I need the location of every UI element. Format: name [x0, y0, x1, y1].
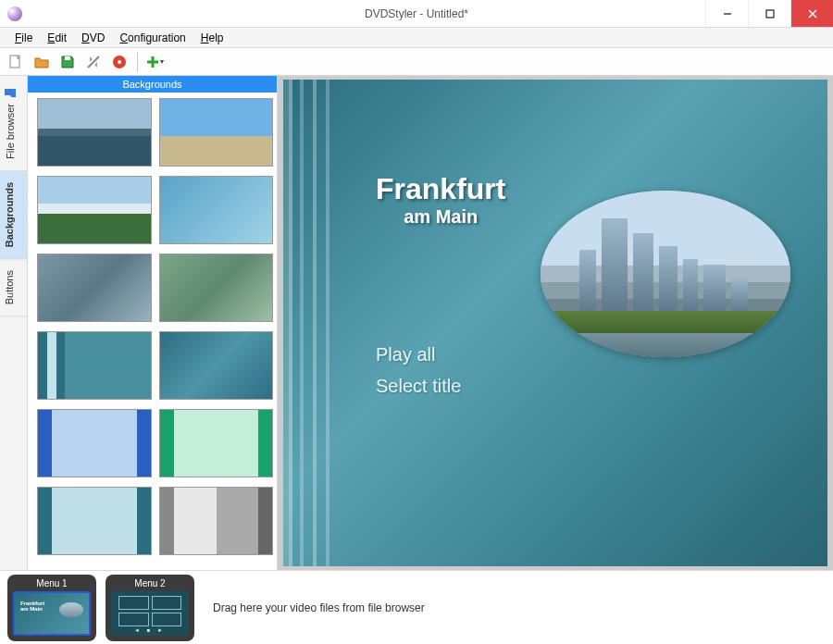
app-icon [7, 6, 22, 21]
burn-disc-button[interactable] [107, 50, 131, 74]
timeline-menu-2[interactable]: Menu 2 ◄ ■ ► [106, 575, 194, 641]
side-tabs: File browser Backgrounds Buttons [0, 76, 28, 570]
menu-links: Play all Select title [376, 339, 461, 402]
toolbar [0, 48, 833, 76]
backgrounds-header: Backgrounds [28, 76, 277, 93]
background-thumb[interactable] [37, 98, 152, 167]
menu-edit[interactable]: Edit [40, 30, 74, 46]
svg-rect-5 [65, 56, 70, 60]
backgrounds-scroll[interactable] [28, 93, 277, 570]
background-thumb[interactable] [159, 409, 274, 477]
svg-point-8 [118, 60, 121, 64]
toolbar-separator [137, 52, 138, 72]
menu-image-oval[interactable] [541, 191, 790, 357]
background-thumb[interactable] [37, 487, 152, 555]
menu-title-line2: am Main [376, 206, 505, 228]
svg-rect-1 [766, 10, 774, 18]
background-thumb[interactable] [159, 254, 274, 322]
background-thumb[interactable] [159, 176, 274, 244]
backgrounds-panel: Backgrounds [28, 76, 278, 570]
save-project-button[interactable] [56, 50, 80, 74]
menu-help[interactable]: Help [193, 30, 231, 46]
menu-configuration[interactable]: Configuration [112, 30, 193, 46]
minimize-button[interactable] [705, 0, 748, 27]
settings-button[interactable] [81, 50, 106, 74]
menu-link-select-title[interactable]: Select title [376, 370, 461, 402]
background-thumb[interactable] [37, 409, 152, 477]
menu-link-play-all[interactable]: Play all [376, 339, 461, 370]
open-project-button[interactable] [30, 50, 54, 74]
background-thumb[interactable] [159, 487, 274, 555]
background-thumb[interactable] [37, 331, 152, 400]
new-project-button[interactable] [4, 50, 28, 74]
menubar: File Edit DVD Configuration Help [0, 28, 833, 48]
tab-file-browser[interactable]: File browser [0, 76, 27, 171]
preview-stripes [283, 80, 342, 566]
maximize-button[interactable] [748, 0, 790, 27]
window-controls [705, 0, 833, 27]
timeline-hint: Drag here your video files from file bro… [213, 601, 425, 614]
timeline-menu-1[interactable]: Menu 1 Frankfurtam Main [7, 575, 96, 641]
menu-dvd[interactable]: DVD [74, 30, 112, 46]
menu-file[interactable]: File [7, 30, 40, 46]
background-thumb[interactable] [37, 254, 152, 322]
main-area: File browser Backgrounds Buttons Backgro… [0, 76, 833, 570]
menu-title-line1: Frankfurt [376, 172, 505, 206]
close-button[interactable] [790, 0, 833, 27]
background-thumb[interactable] [159, 331, 274, 400]
timeline-menu-1-label: Menu 1 [13, 578, 91, 591]
timeline-menu-2-label: Menu 2 [111, 578, 189, 591]
menu-title[interactable]: Frankfurt am Main [376, 172, 505, 228]
svg-line-6 [88, 56, 99, 68]
folder-icon [4, 87, 17, 100]
background-thumb[interactable] [37, 176, 152, 244]
titlebar: DVDStyler - Untitled* [0, 0, 833, 28]
add-button[interactable] [143, 50, 168, 74]
tab-backgrounds[interactable]: Backgrounds [0, 171, 27, 259]
background-thumb[interactable] [159, 98, 274, 167]
tab-buttons[interactable]: Buttons [0, 259, 27, 316]
timeline-strip[interactable]: Menu 1 Frankfurtam Main Menu 2 ◄ ■ ► Dra… [0, 570, 833, 644]
preview-canvas[interactable]: Frankfurt am Main Play all Select title [283, 80, 827, 566]
preview-canvas-wrap: Frankfurt am Main Play all Select title [278, 76, 833, 570]
